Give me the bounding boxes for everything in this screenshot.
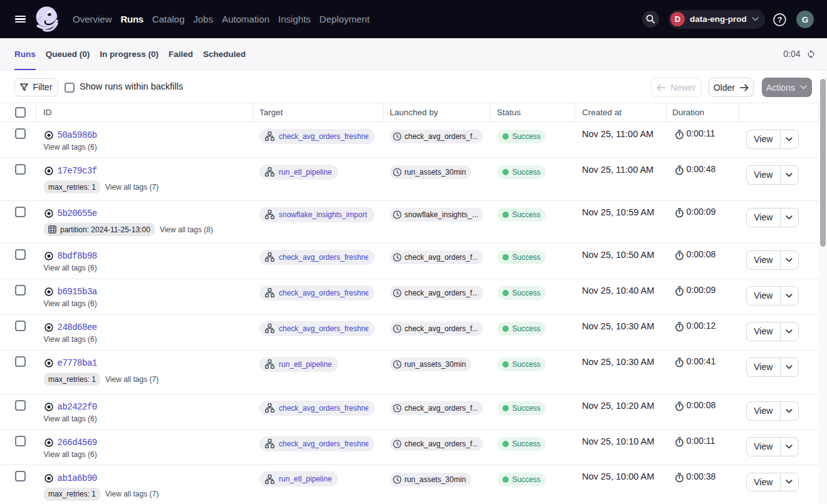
svg-text:?: ?: [777, 16, 782, 24]
